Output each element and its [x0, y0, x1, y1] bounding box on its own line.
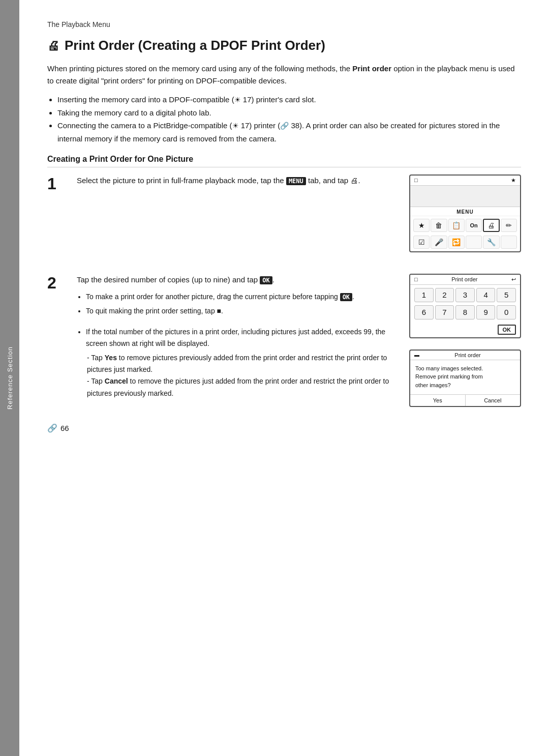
error-screen: ▬ Print order Too many images selected.R…	[409, 350, 521, 408]
cs-icon-grid-row2: ☑ 🎤 🔁 🔧	[410, 235, 520, 251]
step2-sub-bullets: If the total number of the pictures in a…	[77, 326, 394, 350]
icon-cell-settings[interactable]: 🔧	[483, 236, 499, 249]
num-2[interactable]: 2	[435, 288, 454, 302]
err-top-indicator: ▬	[414, 352, 419, 358]
num-7[interactable]: 7	[435, 305, 454, 319]
subsection-title: Creating a Print Order for One Picture	[47, 155, 521, 167]
err-topbar: ▬ Print order	[410, 351, 520, 360]
menu-key: MENU	[286, 177, 306, 185]
cs-menu-row: MENU	[410, 207, 520, 216]
bullet-item: Taking the memory card to a digital phot…	[57, 106, 521, 120]
section-title: 🖨 Print Order (Creating a DPOF Print Ord…	[47, 38, 521, 53]
print-icon: 🖨	[47, 39, 59, 53]
err-message: Too many images selected.Remove print ma…	[415, 365, 483, 388]
step2-text: Tap the desired number of copies (up to …	[77, 274, 394, 399]
err-buttons: Yes Cancel	[410, 394, 520, 406]
camera-screen-1: □ ★ MENU ★ 🗑 📋 On 🖨 ✏	[409, 175, 521, 252]
step2-screens: □ Print order ↩ 1 2 3 4 5 6 7 8	[409, 274, 521, 408]
main-content: The Playback Menu 🖨 Print Order (Creatin…	[19, 0, 549, 756]
ok-button[interactable]: OK	[498, 325, 516, 335]
bullet-list: Inserting the memory card into a DPOF-co…	[57, 93, 521, 146]
ok-key-inline: OK	[340, 293, 352, 301]
icon-cell-mic[interactable]: 🎤	[431, 236, 447, 249]
cs-top-left: □	[414, 177, 418, 183]
bullet-item: Inserting the memory card into a DPOF-co…	[57, 93, 521, 106]
yes-button[interactable]: Yes	[410, 395, 466, 406]
po-topbar: □ Print order ↩	[410, 275, 520, 285]
po-numgrid-row2: 6 7 8 9 0	[410, 305, 520, 323]
step2-dash-1: Tap Yes to remove pictures previously ad…	[87, 352, 394, 375]
icon-cell-empty	[466, 236, 482, 249]
cs-top-right: ★	[511, 177, 516, 184]
po-top-left: □	[414, 276, 418, 282]
num-5[interactable]: 5	[497, 288, 516, 302]
page-label: The Playback Menu	[47, 20, 521, 28]
page-footer: 🔗 66	[47, 423, 521, 433]
side-tab-label: Reference Section	[6, 346, 14, 410]
num-4[interactable]: 4	[476, 288, 496, 302]
icon-cell-edit[interactable]: ✏	[501, 219, 517, 232]
step2-dash-2: Tap Cancel to remove the pictures just a…	[87, 375, 394, 399]
num-3[interactable]: 3	[455, 288, 475, 302]
step2-sub-1: If the total number of the pictures in a…	[86, 326, 394, 350]
step1-row: 1 Select the picture to print in full-fr…	[47, 175, 521, 257]
po-ok-row: OK	[410, 323, 520, 337]
icon-cell-print[interactable]: 🖨	[483, 219, 499, 232]
step2-row: 2 Tap the desired number of copies (up t…	[47, 274, 521, 408]
num-8[interactable]: 8	[455, 305, 475, 319]
step2-bullet-1: To make a print order for another pictur…	[86, 291, 394, 303]
page-number: 66	[60, 424, 69, 432]
intro-text: When printing pictures stored on the mem…	[47, 63, 521, 87]
icon-cell-delete[interactable]: 🗑	[431, 219, 447, 232]
ok-label: OK	[503, 327, 511, 333]
num-1[interactable]: 1	[414, 288, 434, 302]
err-title: Print order	[454, 352, 480, 358]
step2-bullets: To make a print order for another pictur…	[77, 291, 394, 317]
step2-extra: If the total number of the pictures in a…	[77, 326, 394, 399]
icon-cell-copy[interactable]: 📋	[448, 219, 465, 232]
num-6[interactable]: 6	[414, 305, 434, 319]
step1-text: Select the picture to print in full-fram…	[77, 175, 394, 187]
po-title: Print order	[451, 276, 477, 282]
side-tab: Reference Section	[0, 0, 19, 756]
icon-cell-check[interactable]: ☑	[413, 236, 430, 249]
err-body: Too many images selected.Remove print ma…	[410, 360, 520, 392]
num-9[interactable]: 9	[476, 305, 496, 319]
page-container: Reference Section The Playback Menu 🖨 Pr…	[0, 0, 549, 756]
bullet-item: Connecting the camera to a PictBridge-co…	[57, 119, 521, 145]
po-numgrid-row1: 1 2 3 4 5	[410, 285, 520, 305]
ok-key: OK	[260, 276, 272, 284]
icon-cell-loop[interactable]: 🔁	[448, 236, 465, 249]
footer-icon: 🔗	[47, 423, 57, 433]
num-0[interactable]: 0	[497, 305, 516, 319]
title-text: Print Order (Creating a DPOF Print Order…	[65, 38, 325, 53]
step1-number: 1	[47, 176, 62, 192]
icon-cell-on[interactable]: On	[466, 219, 482, 232]
print-order-screen: □ Print order ↩ 1 2 3 4 5 6 7 8	[409, 274, 521, 338]
print-tab-icon: 🖨	[350, 176, 358, 185]
step2-main-text: Tap the desired number of copies (up to …	[77, 274, 394, 286]
step2-dash-bullets: Tap Yes to remove pictures previously ad…	[87, 352, 394, 399]
po-top-right: ↩	[511, 276, 516, 283]
icon-cell-empty2	[501, 236, 517, 249]
yes-label: Yes	[433, 397, 442, 403]
step2-number: 2	[47, 275, 62, 291]
step2-bullet-2: To quit making the print order setting, …	[86, 305, 394, 317]
cs-image-area	[465, 193, 466, 199]
icon-cell-star[interactable]: ★	[413, 219, 430, 232]
menu-label: MENU	[456, 209, 473, 215]
cs-topbar: □ ★	[410, 176, 520, 186]
cancel-button[interactable]: Cancel	[466, 395, 521, 406]
step1-screen: □ ★ MENU ★ 🗑 📋 On 🖨 ✏	[409, 175, 521, 257]
cs-icon-grid-row1: ★ 🗑 📋 On 🖨 ✏	[410, 216, 520, 235]
cancel-label: Cancel	[484, 397, 501, 403]
